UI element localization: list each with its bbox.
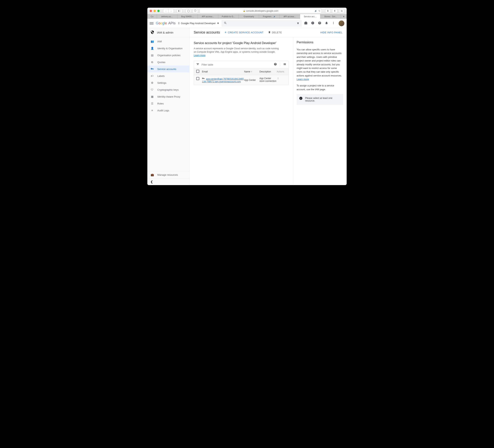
gear-icon: ⚙	[150, 81, 154, 84]
project-selector[interactable]: ⠿ Google Play Android Developer ▼	[178, 22, 219, 25]
sidebar-item-quotas[interactable]: ⧉Quotas	[147, 59, 189, 65]
panel-text-1: You can allow specific users to have own…	[297, 48, 343, 81]
project-icon: ⠿	[178, 22, 180, 25]
sidebar-item-iam[interactable]: 👥IAM	[147, 38, 189, 45]
search-icon	[224, 22, 227, 25]
alert-icon[interactable]	[311, 21, 314, 25]
dropdown-icon[interactable]: ▼	[296, 22, 299, 25]
row-description: App Center store connection	[259, 77, 277, 83]
info-alert: i Please select at least one resource.	[297, 94, 343, 105]
shield-icon: 🛡	[150, 88, 154, 91]
forward-button[interactable]: ›	[168, 9, 174, 13]
panel-text-2: To assign a project role to a service ac…	[297, 84, 343, 91]
close-window[interactable]	[150, 10, 152, 12]
page-header: Service accounts + CREATE SERVICE ACCOUN…	[189, 28, 347, 37]
downloads-button[interactable]: ⬇	[325, 9, 331, 13]
tabs-button[interactable]: ⧉	[339, 9, 344, 13]
sidebar-item-service-accounts[interactable]: Service accounts	[147, 65, 189, 73]
menu-button[interactable]	[150, 22, 153, 25]
sidebar-toggle[interactable]	[177, 9, 182, 13]
tab-0[interactable]: Co	[147, 14, 157, 19]
audio-icon[interactable]: 🔊	[315, 10, 317, 12]
panel-learn-more-link[interactable]: Learn more	[297, 78, 309, 81]
col-header-email[interactable]: Email	[202, 70, 244, 73]
site-info-button[interactable]: ⓘ	[193, 9, 198, 13]
hide-info-panel-button[interactable]: HIDE INFO PANEL	[320, 31, 342, 34]
document-icon: ▤	[150, 54, 154, 57]
sort-asc-icon: ↑	[251, 70, 252, 73]
tab-9[interactable]: Stores · Sm...	[321, 14, 341, 19]
panel-title: Permissions	[297, 41, 343, 44]
sidebar-manage-resources[interactable]: 💼Manage resources	[147, 171, 189, 178]
audio-icon: 🔊	[273, 15, 276, 17]
avatar[interactable]	[339, 21, 344, 26]
tab-3[interactable]: API access...	[198, 14, 218, 19]
maximize-window[interactable]	[157, 10, 160, 12]
info-icon: i	[299, 97, 302, 100]
sidebar-item-audit[interactable]: ≡Audit Logs	[147, 107, 189, 114]
filter-input[interactable]	[202, 63, 272, 66]
gift-icon[interactable]	[304, 21, 308, 25]
url-bar[interactable]: 🔒 console.developers.google.com 🔊 ↻	[199, 9, 322, 13]
reader-button[interactable]: ◯	[186, 9, 191, 13]
create-service-account-button[interactable]: + CREATE SERVICE ACCOUNT	[225, 30, 263, 35]
svg-rect-1	[178, 10, 179, 12]
help-icon[interactable]	[318, 21, 321, 25]
share-button[interactable]: ⬆	[332, 9, 337, 13]
page-title: Service accounts	[194, 30, 220, 35]
list-icon: ≡	[150, 109, 154, 112]
tab-4[interactable]: Publish to G...	[218, 14, 239, 19]
quota-icon: ⧉	[150, 61, 154, 64]
sidebar-item-iap[interactable]: ▦Identity-Aware Proxy	[147, 93, 189, 100]
row-checkbox[interactable]	[196, 77, 199, 80]
delete-button[interactable]: DELETE	[268, 31, 282, 34]
learn-more-link[interactable]: Learn more	[194, 54, 205, 57]
sidebar-header: IAM & admin	[147, 28, 189, 37]
search-box[interactable]: ▼	[222, 20, 302, 27]
sidebar-item-identity[interactable]: 👤Identity & Organisation	[147, 45, 189, 52]
filter-icon[interactable]	[196, 63, 199, 66]
sidebar-item-labels[interactable]: 🏷Labels	[147, 73, 189, 79]
info-panel: Permissions You can allow specific users…	[293, 37, 347, 185]
nav-buttons: ‹ ›	[163, 9, 174, 13]
sidebar-item-policies[interactable]: ▤Organisation policies	[147, 52, 189, 59]
minimize-window[interactable]	[153, 10, 156, 12]
lock-icon: 🔒	[243, 10, 245, 12]
appbar-actions	[304, 21, 344, 26]
google-apis-logo[interactable]: Google APIs	[156, 21, 175, 25]
tab-5[interactable]: Grammarly	[239, 14, 259, 19]
briefcase-icon: 💼	[150, 173, 154, 176]
back-button[interactable]: ‹	[163, 9, 168, 13]
tab-2[interactable]: Bug 59400:...	[177, 14, 198, 19]
sidebar-item-settings[interactable]: ⚙Settings	[147, 79, 189, 86]
row-actions-menu[interactable]	[277, 78, 279, 80]
tab-6[interactable]: Fragmen...🔊	[259, 14, 280, 19]
tab-7[interactable]: API access...	[280, 14, 300, 19]
col-header-description[interactable]: Description	[259, 70, 277, 73]
new-tab[interactable]: +	[341, 14, 347, 19]
refresh-icon[interactable]: ↻	[319, 10, 321, 12]
columns-icon[interactable]	[283, 63, 286, 66]
key-icon	[150, 67, 154, 71]
content-area: Service accounts for project 'Google Pla…	[189, 37, 293, 185]
tab-1[interactable]: delivery.ac...	[157, 14, 177, 19]
browser-window: ‹ › ◯ ⓘ 🔒 console.developers.google.com …	[147, 8, 347, 185]
dropdown-icon: ▼	[217, 22, 219, 25]
sidebar-item-crypto[interactable]: 🛡Cryptographic keys	[147, 86, 189, 93]
select-all-checkbox[interactable]	[196, 70, 199, 73]
row-name: App Center	[244, 77, 259, 83]
tab-8[interactable]: Service acc...	[300, 14, 321, 19]
service-account-email-link[interactable]: app-center@api-7976831618413465116-75957…	[202, 78, 244, 83]
service-accounts-table: Email Name↑ Description Actions app-cent…	[194, 61, 289, 85]
tab-bar: Co delivery.ac... Bug 59400:... API acce…	[147, 14, 347, 19]
project-name: Google Play Android Developer	[181, 22, 216, 25]
chevron-left-icon: ❮	[150, 180, 153, 184]
more-icon[interactable]	[332, 21, 335, 25]
col-header-name[interactable]: Name↑	[244, 70, 259, 73]
trash-icon	[268, 31, 271, 34]
alert-text: Please select at least one resource.	[305, 97, 341, 102]
sidebar-item-roles[interactable]: ☰Roles	[147, 100, 189, 107]
collapse-sidebar[interactable]: ❮	[147, 178, 189, 185]
help-icon[interactable]	[274, 63, 277, 66]
notifications-icon[interactable]	[325, 21, 328, 25]
